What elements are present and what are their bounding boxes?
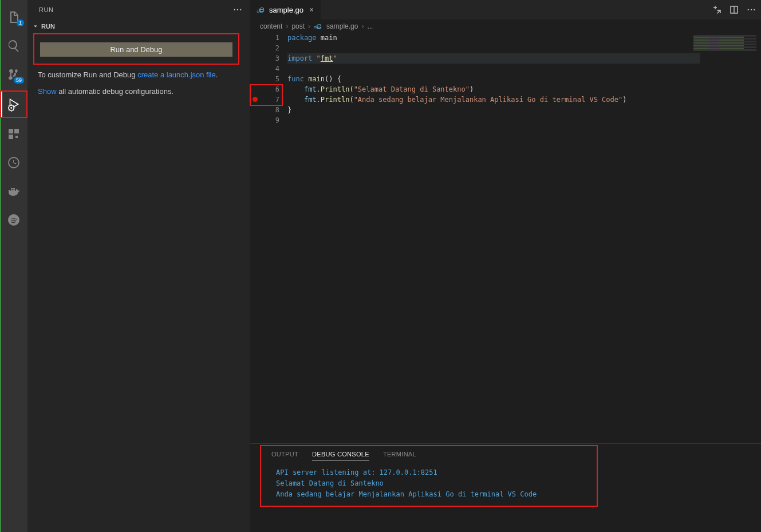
run-and-debug-button[interactable]: Run and Debug [40,42,232,57]
svg-point-6 [240,9,241,10]
tab-sample-go[interactable]: sample.go × [250,0,321,19]
console-line: Anda sedang belajar Menjalankan Aplikasi… [276,489,750,500]
crumb-content[interactable]: content [260,22,282,30]
activity-spotify[interactable] [0,207,27,232]
code-line[interactable]: func main() { [287,74,700,84]
svg-point-4 [234,9,235,10]
auto-debug-text: Show all automatic debug configurations. [31,85,242,101]
go-file-icon [314,24,323,29]
svg-point-9 [754,9,755,10]
activity-docker[interactable] [0,179,27,204]
code-line[interactable] [287,43,700,53]
editor-area: sample.go × content › post › sample.go ›… [250,0,761,532]
create-launch-link[interactable]: create a launch.json file [137,70,216,79]
activity-search[interactable] [0,33,27,58]
cfg-prefix: To customize Run and Debug [38,70,137,79]
crumb-post[interactable]: post [291,22,305,30]
code-line[interactable]: import "fmt" [287,53,700,64]
activity-live-share[interactable] [0,150,27,175]
debug-console-output[interactable]: API server listening at: 127.0.0.1:8251S… [261,467,750,500]
line-number: 7 [260,94,279,105]
split-editor-icon[interactable] [729,5,739,15]
show-link[interactable]: Show [38,87,57,96]
show-tail: all automatic debug configurations. [57,87,174,96]
section-run-header[interactable]: RUN [31,21,242,33]
svg-point-1 [10,107,12,109]
svg-point-5 [237,9,238,10]
activity-source-control[interactable]: 59 [0,62,27,87]
customize-text: To customize Run and Debug create a laun… [31,68,242,85]
run-sidebar: RUN RUN Run and Debug To customize Run a… [27,0,250,532]
svg-point-8 [751,9,752,10]
scm-badge: 59 [14,77,24,84]
code-line[interactable]: } [287,105,700,115]
code-content[interactable]: package mainimport "fmt"func main() { fm… [283,33,700,443]
tab-debug-console[interactable]: DEBUG CONSOLE [312,451,369,460]
crumb-file[interactable]: sample.go [326,22,358,30]
tabs-row: sample.go × [250,0,761,20]
console-line: API server listening at: 127.0.0.1:8251 [276,467,750,478]
chevron-right-icon: › [286,22,288,30]
activity-explorer[interactable]: 1 [0,5,27,30]
tab-output[interactable]: OUTPUT [271,451,298,460]
breakpoint-gutter[interactable] [250,33,260,443]
activity-bar: 1 59 [0,0,27,532]
explorer-badge: 1 [17,19,24,26]
line-number: 8 [260,105,279,115]
code-line[interactable] [287,115,700,125]
sidebar-more-icon[interactable] [232,5,243,15]
crumb-more[interactable]: ... [367,22,373,30]
svg-point-3 [8,214,19,226]
tab-terminal[interactable]: TERMINAL [383,451,416,460]
console-line: Selamat Datang di Santekno [276,478,750,489]
run-debug-highlight: Run and Debug [33,33,239,65]
activity-run-debug[interactable] [0,90,27,118]
code-line[interactable]: fmt.Println("Selamat Datang di Santekno"… [287,84,700,94]
chevron-right-icon: › [308,22,310,30]
chevron-right-icon: › [361,22,364,30]
line-number: 5 [260,74,279,84]
chevron-down-icon [32,23,39,30]
line-gutter: 123456789 [260,33,283,443]
line-number: 4 [260,64,279,74]
breakpoint-dot[interactable] [253,97,258,102]
go-file-icon [257,7,266,13]
cfg-suffix: . [216,70,218,79]
line-number: 3 [260,53,279,64]
section-run-label: RUN [41,23,55,30]
bottom-panel: OUTPUT DEBUG CONSOLE TERMINAL API server… [250,443,761,532]
close-icon[interactable]: × [309,5,314,14]
line-number: 1 [260,33,279,43]
active-indicator [1,92,2,117]
code-line[interactable]: fmt.Println("Anda sedang belajar Menjala… [287,94,700,105]
code-line[interactable] [287,64,700,74]
line-number: 2 [260,43,279,53]
more-actions-icon[interactable] [746,5,756,15]
sidebar-title: RUN [39,6,53,13]
editor[interactable]: 123456789 package mainimport "fmt"func m… [250,33,761,443]
minimap[interactable] [693,35,756,51]
compare-icon[interactable] [712,5,722,15]
svg-point-7 [748,9,749,10]
line-number: 9 [260,115,279,125]
activity-extensions[interactable] [0,121,27,147]
line-number: 6 [260,84,279,94]
tab-label: sample.go [269,6,303,14]
code-line[interactable]: package main [287,33,700,43]
breadcrumb[interactable]: content › post › sample.go › ... [250,20,761,33]
